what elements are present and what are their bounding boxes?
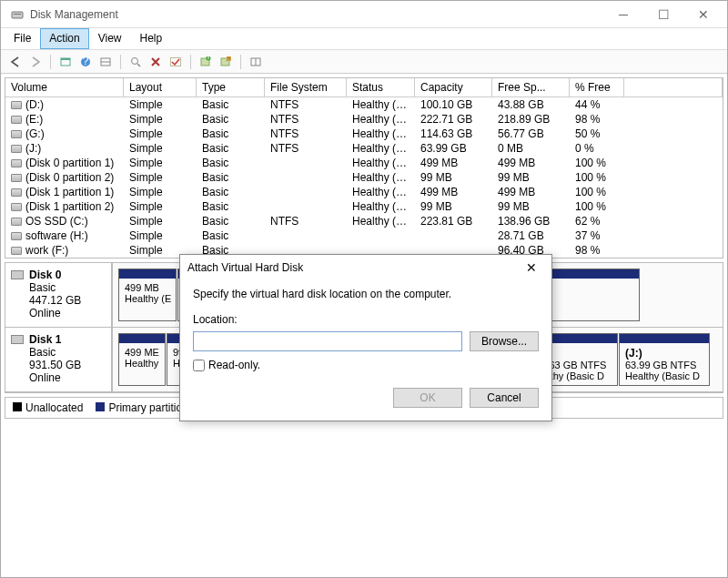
volume-capacity: 100.10 GB bbox=[415, 97, 492, 112]
app-icon bbox=[10, 7, 25, 22]
volume-type: Basic bbox=[197, 127, 265, 141]
check-icon[interactable] bbox=[167, 53, 185, 71]
toolbar-icon-4[interactable] bbox=[217, 53, 235, 71]
menu-action[interactable]: Action bbox=[40, 28, 88, 49]
partition[interactable]: (J:)63.99 GB NTFSHealthy (Basic D bbox=[619, 333, 710, 386]
volume-type: Basic bbox=[197, 185, 265, 199]
dialog-close-button[interactable]: ✕ bbox=[519, 255, 544, 280]
col-fs[interactable]: File System bbox=[265, 78, 347, 97]
dialog-text: Specify the virtual hard disk location o… bbox=[193, 288, 539, 300]
cancel-button[interactable]: Cancel bbox=[470, 388, 539, 408]
volume-row[interactable]: (Disk 1 partition 2)SimpleBasicHealthy (… bbox=[5, 199, 723, 214]
svg-text:+: + bbox=[205, 56, 211, 63]
volume-capacity: 499 MB bbox=[415, 185, 492, 199]
volume-capacity: 223.81 GB bbox=[415, 214, 492, 228]
disk-info[interactable]: Disk 0Basic447.12 GBOnline bbox=[5, 263, 113, 327]
volume-layout: Simple bbox=[124, 214, 197, 228]
volume-type: Basic bbox=[197, 170, 265, 185]
minimize-button[interactable]: ─ bbox=[603, 1, 643, 27]
volume-status: Healthy (E... bbox=[347, 199, 415, 214]
volume-fs: NTFS bbox=[265, 112, 347, 127]
volume-layout: Simple bbox=[124, 199, 197, 214]
svg-text:?: ? bbox=[83, 56, 89, 67]
volume-status: Healthy (B... bbox=[347, 97, 415, 112]
ok-button[interactable]: OK bbox=[393, 388, 462, 408]
toolbar-icon-2[interactable] bbox=[96, 53, 115, 71]
menu-view[interactable]: View bbox=[89, 28, 131, 49]
location-label: Location: bbox=[193, 313, 539, 326]
volume-name: (E:) bbox=[25, 113, 43, 126]
col-layout[interactable]: Layout bbox=[124, 78, 197, 97]
volume-row[interactable]: (Disk 0 partition 2)SimpleBasicHealthy (… bbox=[5, 170, 723, 185]
partition[interactable]: 499 MEHealthy bbox=[118, 333, 166, 386]
close-button[interactable]: ✕ bbox=[683, 1, 723, 27]
col-capacity[interactable]: Capacity bbox=[415, 78, 492, 97]
volume-capacity bbox=[415, 228, 492, 243]
back-icon[interactable] bbox=[6, 53, 25, 71]
volume-row[interactable]: software (H:)SimpleBasic28.71 GB37 % bbox=[5, 228, 723, 243]
titlebar: Disk Management ─ ☐ ✕ bbox=[1, 1, 727, 28]
svg-line-9 bbox=[137, 64, 140, 66]
volume-type: Basic bbox=[197, 214, 265, 228]
drive-icon bbox=[11, 174, 22, 182]
volume-capacity: 114.63 GB bbox=[415, 127, 492, 141]
disk-info[interactable]: Disk 1Basic931.50 GBOnline bbox=[5, 328, 113, 391]
svg-rect-1 bbox=[14, 14, 21, 15]
volume-list: Volume Layout Type File System Status Ca… bbox=[5, 77, 723, 259]
volume-free: 56.77 GB bbox=[492, 127, 570, 141]
volume-name: (Disk 0 partition 1) bbox=[25, 157, 114, 169]
volume-type: Basic bbox=[197, 141, 265, 156]
toolbar-icon-5[interactable] bbox=[247, 53, 265, 71]
volume-row[interactable]: (D:)SimpleBasicNTFSHealthy (B...100.10 G… bbox=[5, 97, 723, 112]
delete-icon[interactable] bbox=[147, 53, 165, 71]
readonly-label: Read-only. bbox=[208, 359, 260, 371]
volume-fs bbox=[265, 156, 347, 170]
toolbar-icon-3[interactable]: + bbox=[197, 53, 215, 71]
forward-icon[interactable] bbox=[26, 53, 45, 71]
disk-icon bbox=[11, 270, 24, 279]
volume-name: (Disk 1 partition 2) bbox=[25, 200, 114, 213]
volume-free: 0 MB bbox=[492, 141, 570, 156]
volume-free: 218.89 GB bbox=[492, 112, 570, 127]
col-status[interactable]: Status bbox=[347, 78, 415, 97]
volume-free: 99 MB bbox=[492, 199, 570, 214]
col-volume[interactable]: Volume bbox=[5, 78, 124, 97]
volume-name: OS SSD (C:) bbox=[25, 215, 88, 228]
search-icon[interactable] bbox=[126, 53, 145, 71]
readonly-checkbox[interactable]: Read-only. bbox=[193, 359, 539, 371]
volume-fs bbox=[265, 199, 347, 214]
col-free[interactable]: Free Sp... bbox=[492, 78, 570, 97]
volume-free: 43.88 GB bbox=[492, 97, 570, 112]
volume-fs bbox=[265, 170, 347, 185]
volume-free: 138.96 GB bbox=[492, 214, 570, 228]
col-pctfree[interactable]: % Free bbox=[570, 78, 624, 97]
volume-row[interactable]: (E:)SimpleBasicNTFSHealthy (B...222.71 G… bbox=[5, 112, 723, 127]
volume-row[interactable]: (Disk 1 partition 1)SimpleBasicHealthy (… bbox=[5, 185, 723, 199]
volume-row[interactable]: (J:)SimpleBasicNTFSHealthy (B...63.99 GB… bbox=[5, 141, 723, 156]
volume-status: Healthy (B... bbox=[347, 141, 415, 156]
toolbar-icon-1[interactable] bbox=[56, 53, 75, 71]
volume-row[interactable]: OS SSD (C:)SimpleBasicNTFSHealthy (B...2… bbox=[5, 214, 723, 228]
volume-name: (D:) bbox=[25, 98, 44, 111]
browse-button[interactable]: Browse... bbox=[470, 331, 539, 351]
partition[interactable]: 499 MBHealthy (E bbox=[118, 269, 177, 321]
volume-status: Healthy (E... bbox=[347, 185, 415, 199]
location-input[interactable] bbox=[193, 331, 462, 351]
volume-row[interactable]: (Disk 0 partition 1)SimpleBasicHealthy (… bbox=[5, 156, 723, 170]
drive-icon bbox=[11, 130, 22, 138]
drive-icon bbox=[11, 145, 22, 153]
volume-status: Healthy (B... bbox=[347, 214, 415, 228]
readonly-checkbox-input[interactable] bbox=[193, 360, 205, 371]
drive-icon bbox=[11, 218, 22, 226]
menu-file[interactable]: File bbox=[5, 28, 40, 49]
help-icon[interactable]: ? bbox=[76, 53, 95, 71]
menu-help[interactable]: Help bbox=[131, 28, 172, 49]
maximize-button[interactable]: ☐ bbox=[643, 1, 683, 27]
volume-pctfree: 62 % bbox=[570, 214, 624, 228]
volume-row[interactable]: (G:)SimpleBasicNTFSHealthy (B...114.63 G… bbox=[5, 127, 723, 141]
volume-fs bbox=[265, 228, 347, 243]
drive-icon bbox=[11, 116, 22, 124]
legend-primary: Primary partition bbox=[108, 401, 187, 414]
col-type[interactable]: Type bbox=[197, 78, 265, 97]
volume-capacity: 222.71 GB bbox=[415, 112, 492, 127]
